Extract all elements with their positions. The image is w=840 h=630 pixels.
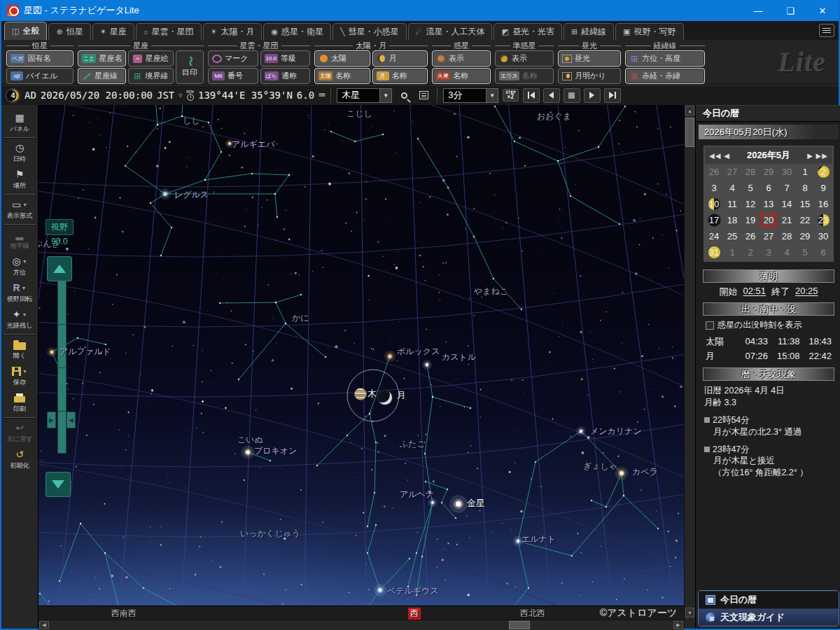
calendar-day-14[interactable]: 14 [778, 196, 796, 212]
tab-彗星・小惑星[interactable]: ╲彗星・小惑星 [332, 23, 407, 40]
tab-惑星・衛星[interactable]: ◉惑星・衛星 [263, 23, 331, 40]
calendar-day-2[interactable]: 2 [741, 244, 760, 260]
datetime-value[interactable]: 2026/05/20 20:00:00 [41, 90, 153, 101]
calendar-day-3[interactable]: 3 [760, 244, 778, 260]
stop-button[interactable] [564, 88, 580, 103]
sidebar-item-日時[interactable]: ◷日時 [1, 139, 38, 166]
tab-全般[interactable]: ◫全般 [4, 22, 47, 40]
dropdown-icon[interactable]: ▼ [22, 202, 27, 207]
calendar-day-7[interactable]: 7 [778, 180, 796, 196]
tab-星雲・星団[interactable]: ○星雲・星団 [136, 23, 202, 40]
calendar-day-6[interactable]: 6 [760, 180, 778, 196]
toolbar-button-境界線[interactable]: ⊞境界線 [128, 68, 174, 84]
toolbar-button-固有名[interactable]: ベガ固有名 [6, 50, 74, 66]
fov-handle-left-icon[interactable]: ▶ [47, 412, 56, 428]
keyboard-icon[interactable]: ⌨ [318, 89, 325, 102]
calendar-day-8[interactable]: 8 [796, 180, 814, 196]
calendar-day-26[interactable]: 26 [705, 164, 723, 180]
sidebar-item-場所[interactable]: ⚑場所 [1, 166, 38, 192]
calendar-day-6[interactable]: 6 [814, 244, 832, 260]
sidebar-item-保存[interactable]: ▼保存 [1, 363, 38, 389]
calendar-day-25[interactable]: 25 [723, 228, 741, 244]
dropdown-icon[interactable]: ▼ [22, 259, 27, 264]
calendar-day-12[interactable]: 12 [741, 196, 760, 212]
fov-slider-handle[interactable]: ▶ ◀ [47, 412, 76, 428]
calendar-day-27[interactable]: 27 [723, 164, 741, 180]
object-list-button[interactable] [416, 88, 431, 103]
calendar-day-10[interactable]: 10 [705, 196, 723, 212]
step-combo-dropdown-icon[interactable]: ▼ [486, 89, 498, 102]
pane-button-天文現象ガイド[interactable]: 天文現象ガイド [699, 608, 839, 626]
calendar-day-1[interactable]: 1 [796, 164, 814, 180]
sidebar-item-光跡残し[interactable]: ✦▼光跡残し [1, 306, 38, 332]
hscroll-thumb[interactable] [509, 621, 530, 629]
search-button[interactable] [396, 88, 412, 103]
coordinates-value[interactable]: 139°44'E 35°39'N [198, 90, 293, 101]
timezone-dropdown-icon[interactable]: ▽ [178, 92, 182, 99]
twilight-end-value[interactable]: 20:25 [795, 286, 818, 298]
calendar-day-2[interactable]: 2 [814, 164, 832, 180]
calendar-day-30[interactable]: 30 [814, 228, 832, 244]
calendar-prev-buttons[interactable]: ◀◀ ◀ [709, 152, 730, 160]
calendar-day-28[interactable]: 28 [741, 164, 760, 180]
tab-流星・人工天体[interactable]: ☄流星・人工天体 [408, 23, 493, 40]
moon-phase-icon[interactable]: 4 [6, 88, 20, 103]
step-multiplier-button[interactable]: STEP×2 [503, 89, 518, 102]
toolbar-button-通称[interactable]: ばら通称 [260, 68, 311, 84]
tab-太陽・月[interactable]: ☀太陽・月 [203, 23, 262, 40]
sidebar-item-地平線[interactable]: ▂地平線 [1, 226, 38, 253]
toolbar-button-名称[interactable]: エリス名称 [495, 68, 554, 84]
minimize-button[interactable]: — [742, 0, 774, 21]
toolbar-button-赤経・赤緯[interactable]: ⊞赤経・赤緯 [625, 68, 705, 84]
calendar-day-16[interactable]: 16 [814, 196, 832, 212]
vscroll-up-arrow[interactable]: ▲ [685, 106, 694, 115]
calendar-day-24[interactable]: 24 [705, 228, 723, 244]
calendar-day-19[interactable]: 19 [741, 212, 760, 228]
dropdown-icon[interactable]: ▼ [22, 286, 27, 290]
magnitude-limit-value[interactable]: 6.0 [297, 90, 314, 101]
sidebar-item-視野回転[interactable]: R▼視野回転 [1, 279, 38, 306]
toolbar-button-太陽[interactable]: 太陽 [314, 50, 370, 66]
calendar-day-27[interactable]: 27 [760, 228, 778, 244]
sidebar-item-開く[interactable]: 開く [1, 336, 38, 363]
calendar-day-18[interactable]: 18 [723, 212, 741, 228]
calendar-day-3[interactable]: 3 [705, 180, 723, 196]
toolbar-button-等級[interactable]: 10.0等級 [260, 50, 311, 66]
ribbon-menu-icon[interactable] [819, 24, 834, 37]
tab-経緯線[interactable]: ⊞経緯線 [564, 23, 614, 40]
fov-handle-right-icon[interactable]: ◀ [66, 412, 76, 428]
tab-視野・写野[interactable]: ▣視野・写野 [615, 23, 683, 40]
toolbar-button-星座名[interactable]: こと星座名 [78, 50, 126, 66]
calendar-day-17[interactable]: 17 [705, 212, 723, 228]
toolbar-button-マーク[interactable]: マーク [208, 50, 258, 66]
skip-forward-button[interactable] [604, 88, 621, 103]
calendar-day-29[interactable]: 29 [796, 228, 814, 244]
step-combo[interactable]: 3分 ▼ [443, 88, 498, 103]
horizontal-scrollbar[interactable]: ◀ ▶ [38, 620, 684, 630]
calendar-day-28[interactable]: 28 [778, 228, 796, 244]
hscroll-left-arrow[interactable]: ◀ [39, 621, 49, 629]
vertical-scrollbar[interactable]: ▲ ▼ [684, 105, 695, 629]
calendar-day-20[interactable]: 20 [760, 212, 778, 228]
calendar-day-5[interactable]: 5 [796, 244, 814, 260]
sidebar-item-表示形式[interactable]: ▭▼表示形式 [1, 196, 38, 223]
toolbar-button-名称[interactable]: 月名称 [372, 68, 428, 84]
calendar-day-31[interactable]: 31 [705, 244, 723, 260]
hscroll-right-arrow[interactable]: ▶ [673, 621, 683, 629]
sidebar-item-初期化[interactable]: ↺初期化 [1, 446, 38, 472]
toolbar-button-名称[interactable]: 太陽名称 [314, 68, 370, 84]
toolbar-button-方位・高度[interactable]: ⊞方位・高度 [625, 50, 705, 66]
toolbar-button-目印[interactable]: 〜目印 [176, 50, 204, 84]
skip-back-button[interactable] [523, 88, 540, 103]
toolbar-button-表示[interactable]: 表示 [432, 50, 491, 66]
twilight-start-value[interactable]: 02:51 [743, 286, 766, 298]
star-chart[interactable]: 視野 90.0 ▶ ◀ ししこじしおおぐまアルギエバレグルスぶんぎやまねこかにポ… [38, 105, 684, 606]
tab-恒星[interactable]: ⊕恒星 [48, 23, 90, 40]
toolbar-button-月明かり[interactable]: 月明かり [558, 68, 621, 84]
calendar-day-15[interactable]: 15 [796, 196, 814, 212]
planet-riseset-checkbox[interactable] [706, 321, 714, 330]
sidebar-item-元に戻す[interactable]: ↩元に戻す [1, 419, 38, 446]
target-combo-value[interactable]: 木星 [337, 89, 379, 102]
close-button[interactable]: ✕ [806, 0, 839, 21]
play-forward-button[interactable] [584, 88, 601, 103]
